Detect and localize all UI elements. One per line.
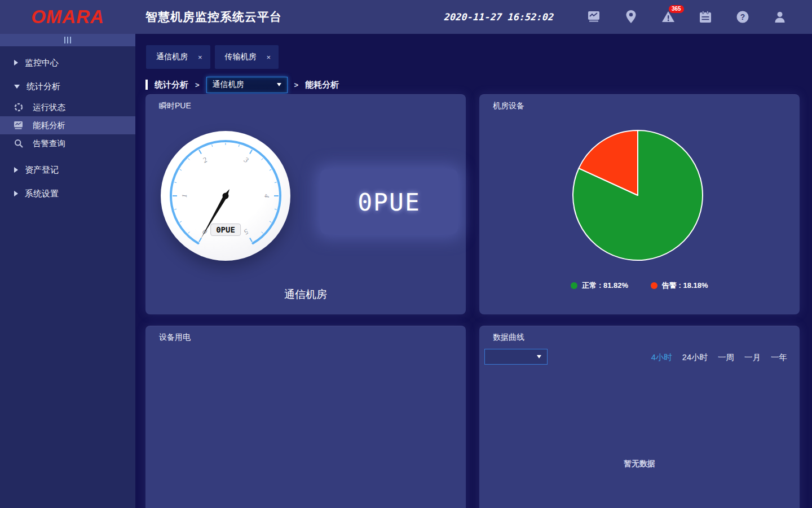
logo-zone: OMARA	[0, 6, 135, 28]
breadcrumb: 统计分析 > 通信机房 > 能耗分析	[145, 76, 812, 93]
pie-legend: 正常 : 81.82%告警 : 18.18%	[479, 281, 800, 291]
sidebar-collapse-handle[interactable]	[0, 34, 135, 46]
user-icon[interactable]	[773, 10, 787, 24]
svg-text:4: 4	[263, 194, 271, 198]
range-24小时[interactable]: 24小时	[682, 352, 708, 363]
calendar-icon[interactable]	[698, 10, 713, 24]
header-right: 2020-11-27 16:52:02 365	[444, 10, 798, 24]
legend-label: 告警 : 18.18%	[662, 281, 708, 291]
sidebar: 监控中心 统计分析 运行状态	[0, 34, 135, 508]
pue-gauge-svg: 012345	[161, 131, 290, 261]
range-一周[interactable]: 一周	[718, 352, 734, 363]
curve-metric-select[interactable]	[484, 349, 548, 365]
panel-instant-pue: 瞬时PUE 012345 0PUE 0PUE 通信机房	[145, 94, 466, 314]
sidebar-item-asset-registration[interactable]: 资产登记	[0, 158, 135, 182]
breadcrumb-accent-bar	[145, 80, 148, 90]
panel-room-devices: 机房设备 正常 : 81.82%告警 : 18.18%	[479, 94, 800, 314]
breadcrumb-root: 统计分析	[155, 80, 188, 90]
room-select[interactable]: 通信机房	[206, 77, 288, 93]
panel-device-power: 设备用电	[145, 326, 466, 508]
sidebar-item-statistics[interactable]: 统计分析	[0, 75, 135, 98]
legend-label: 正常 : 81.82%	[582, 281, 628, 291]
search-icon	[14, 139, 23, 148]
omara-logo: OMARA	[31, 6, 104, 28]
range-一年[interactable]: 一年	[771, 352, 787, 363]
tab-label: 通信机房	[156, 52, 188, 62]
breadcrumb-separator: >	[195, 81, 200, 89]
alarm-badge: 365	[669, 5, 684, 13]
legend-item-告警[interactable]: 告警 : 18.18%	[651, 281, 708, 291]
tab-传输机房[interactable]: 传输机房×	[215, 45, 279, 69]
panel-title: 瞬时PUE	[159, 101, 191, 111]
sidebar-item-system-settings[interactable]: 系统设置	[0, 182, 135, 205]
sidebar-item-energy-analysis[interactable]: 能耗分析	[0, 116, 135, 134]
caret-right-icon	[14, 60, 18, 65]
gauge-room-label: 通信机房	[145, 287, 466, 302]
sidebar-item-running-status[interactable]: 运行状态	[0, 98, 135, 116]
legend-dot-icon	[651, 282, 657, 289]
tab-bar: 通信机房×传输机房×	[135, 34, 812, 69]
help-icon[interactable]: ?	[735, 10, 750, 24]
svg-text:3: 3	[242, 155, 250, 165]
panel-title: 数据曲线	[493, 332, 524, 343]
statistics-submenu: 运行状态 能耗分析 告	[0, 98, 135, 152]
panel-title: 机房设备	[493, 101, 524, 111]
panel-title: 设备用电	[159, 332, 191, 343]
main-content: 通信机房×传输机房× 统计分析 > 通信机房 > 能耗分析 瞬时PUE 0123…	[135, 34, 812, 508]
svg-text:1: 1	[180, 194, 188, 198]
svg-text:5: 5	[242, 227, 250, 237]
room-select-value: 通信机房	[213, 80, 244, 90]
sidebar-item-alarm-query[interactable]: 告警查询	[0, 134, 135, 152]
status-ring-icon	[14, 103, 23, 112]
breadcrumb-separator: >	[294, 81, 299, 89]
chevron-down-icon	[277, 83, 281, 86]
sidebar-item-label: 监控中心	[25, 58, 59, 68]
location-pin-icon[interactable]	[624, 10, 638, 24]
panel-data-curve: 数据曲线 4小时24小时一周一月一年 暂无数据	[479, 326, 800, 508]
caret-right-icon	[14, 167, 18, 173]
range-一月[interactable]: 一月	[744, 352, 761, 363]
chevron-down-icon	[537, 355, 541, 358]
sidebar-item-monitor-center[interactable]: 监控中心	[0, 51, 135, 75]
tab-label: 传输机房	[225, 52, 257, 62]
sidebar-item-label: 资产登记	[25, 165, 59, 176]
sidebar-item-label: 统计分析	[27, 81, 60, 92]
sidebar-item-label: 系统设置	[25, 189, 59, 199]
pue-value-box: 0PUE	[320, 169, 458, 234]
no-data-text: 暂无数据	[479, 459, 800, 469]
alarm-icon[interactable]: 365	[661, 10, 676, 24]
svg-text:?: ?	[740, 12, 745, 21]
range-filters: 4小时24小时一周一月一年	[651, 352, 787, 363]
gauge-value-chip: 0PUE	[210, 224, 241, 236]
svg-text:2: 2	[201, 155, 209, 164]
sidebar-item-label: 能耗分析	[33, 120, 65, 131]
close-icon[interactable]: ×	[267, 53, 271, 62]
monitor-chart-icon[interactable]	[586, 10, 601, 24]
legend-dot-icon	[571, 282, 577, 289]
legend-item-正常[interactable]: 正常 : 81.82%	[571, 281, 628, 291]
tab-通信机房[interactable]: 通信机房×	[146, 45, 210, 69]
range-4小时[interactable]: 4小时	[651, 352, 672, 363]
devices-pie-svg	[570, 128, 705, 263]
sidebar-item-label: 告警查询	[33, 138, 65, 149]
datetime-display: 2020-11-27 16:52:02	[444, 11, 554, 23]
sidebar-item-label: 运行状态	[33, 102, 65, 113]
chart-icon	[14, 121, 23, 130]
page-title: 智慧机房监控系统云平台	[145, 9, 282, 25]
caret-down-icon	[14, 85, 20, 89]
breadcrumb-leaf: 能耗分析	[305, 80, 339, 90]
pue-value: 0PUE	[358, 188, 421, 216]
close-icon[interactable]: ×	[198, 53, 202, 62]
app-header: OMARA 智慧机房监控系统云平台 2020-11-27 16:52:02 36…	[0, 0, 812, 34]
caret-right-icon	[14, 191, 18, 196]
